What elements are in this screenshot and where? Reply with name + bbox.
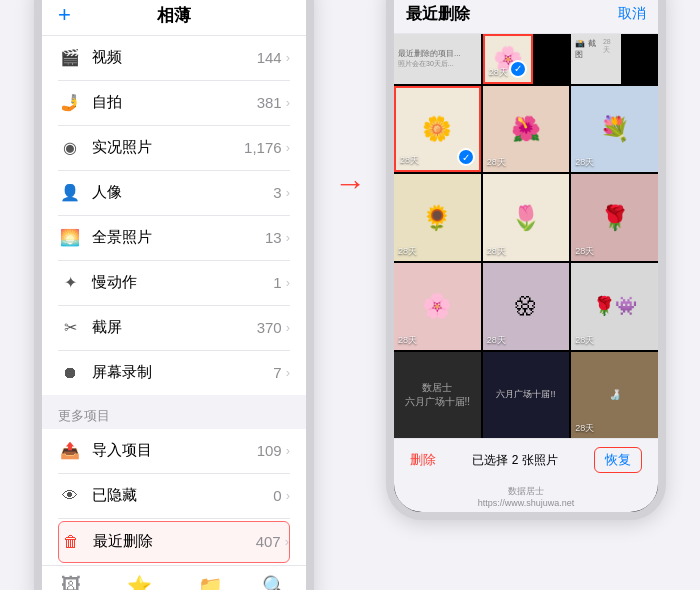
list-item-slo[interactable]: ✦ 慢动作 1 ›	[58, 261, 290, 306]
photo-age-13: 28天	[575, 422, 594, 435]
screenrecord-label: 屏幕录制	[92, 363, 273, 382]
portrait-icon: 👤	[58, 181, 82, 205]
panorama-icon: 🌅	[58, 226, 82, 250]
add-button[interactable]: +	[58, 2, 71, 28]
video-label: 视频	[92, 48, 257, 67]
list-item-video[interactable]: 🎬 视频 144 ›	[58, 36, 290, 81]
photo-cell-info-2: 📸 截图 28天	[571, 34, 621, 84]
left-nav-bar: + 相薄	[42, 0, 306, 36]
import-count: 109	[257, 442, 282, 459]
photo-cell-11[interactable]: 数居士六月广场十届!!	[394, 352, 481, 439]
video-chevron: ›	[286, 50, 290, 65]
watermark-line1: 数据居士	[394, 485, 658, 498]
more-list: 📤 导入项目 109 › 👁 已隐藏 0 › 🗑 最近删除 407 ›	[42, 429, 306, 563]
photo-cell-6[interactable]: 🌷 28天	[483, 174, 570, 261]
watermark-line2: https://www.shujuwa.net	[394, 498, 658, 508]
list-item-selfie[interactable]: 🤳 自拍 381 ›	[58, 81, 290, 126]
photo-cell-2[interactable]: 🌼 28天 ✓	[394, 86, 481, 173]
photo-cell-1[interactable]: 🌸 28天 ✓	[483, 34, 533, 84]
screenshot-chevron: ›	[286, 320, 290, 335]
hidden-chevron: ›	[286, 488, 290, 503]
list-item-screenrecord[interactable]: ⏺ 屏幕录制 7 ›	[58, 351, 290, 395]
direction-arrow: →	[334, 165, 366, 202]
search-icon: 🔍	[262, 574, 287, 591]
slo-chevron: ›	[286, 275, 290, 290]
screenrecord-count: 7	[273, 364, 281, 381]
panorama-chevron: ›	[286, 230, 290, 245]
right-nav-title: 最近删除	[406, 4, 470, 25]
hidden-icon: 👁	[58, 484, 82, 508]
photo-cell-info: 最近删除的项目... 照片会在30天后...	[394, 34, 481, 84]
screenrecord-chevron: ›	[286, 365, 290, 380]
tab-library[interactable]: 🖼 图库	[61, 574, 81, 590]
screenshot-count: 370	[257, 319, 282, 336]
arrow-container: →	[334, 165, 366, 202]
screenshot-label: 截屏	[92, 318, 257, 337]
photo-grid: 最近删除的项目... 照片会在30天后... 🌸 28天 ✓ 📸 截图 28天 …	[394, 34, 658, 439]
photo-cell-3[interactable]: 🌺 28天	[483, 86, 570, 173]
slo-label: 慢动作	[92, 273, 273, 292]
tab-for-you[interactable]: ⭐ 为你推荐	[120, 574, 160, 591]
photo-age-7: 28天	[575, 245, 594, 258]
left-nav-title: 相薄	[157, 4, 191, 27]
list-item-recently-deleted[interactable]: 🗑 最近删除 407 ›	[58, 521, 290, 563]
tab-bar: 🖼 图库 ⭐ 为你推荐 📁 相薄 🔍 搜索	[42, 565, 306, 591]
portrait-label: 人像	[92, 183, 273, 202]
photo-age-4: 28天	[575, 156, 594, 169]
photo-cell-10[interactable]: 🌹👾 28天	[571, 263, 658, 350]
live-chevron: ›	[286, 140, 290, 155]
photo-cell-13[interactable]: 🍶 28天	[571, 352, 658, 439]
list-item-hidden[interactable]: 👁 已隐藏 0 ›	[58, 474, 290, 519]
import-chevron: ›	[286, 443, 290, 458]
list-item-live[interactable]: ◉ 实况照片 1,176 ›	[58, 126, 290, 171]
recently-deleted-label: 最近删除	[93, 532, 256, 551]
right-phone: 15:31 ▪▪▪ 📶 🔋 最近删除 取消 最近删除的项目... 照片会在30天…	[386, 0, 666, 520]
recently-deleted-count: 407	[256, 533, 281, 550]
photo-age-3: 28天	[487, 156, 506, 169]
slo-icon: ✦	[58, 271, 82, 295]
list-item-portrait[interactable]: 👤 人像 3 ›	[58, 171, 290, 216]
photo-age-5: 28天	[398, 245, 417, 258]
list-item-panorama[interactable]: 🌅 全景照片 13 ›	[58, 216, 290, 261]
video-icon: 🎬	[58, 46, 82, 70]
list-item-screenshot[interactable]: ✂ 截屏 370 ›	[58, 306, 290, 351]
selfie-chevron: ›	[286, 95, 290, 110]
photo-cell-4[interactable]: 💐 28天	[571, 86, 658, 173]
photo-age-9: 28天	[487, 334, 506, 347]
selfie-count: 381	[257, 94, 282, 111]
photo-cell-12[interactable]: 六月广场十届!!	[483, 352, 570, 439]
tab-albums[interactable]: 📁 相薄	[198, 574, 223, 591]
photo-age-10: 28天	[575, 334, 594, 347]
list-item-import[interactable]: 📤 导入项目 109 ›	[58, 429, 290, 474]
photo-cell-5[interactable]: 🌻 28天	[394, 174, 481, 261]
photo-cell-9[interactable]: 🏵 28天	[483, 263, 570, 350]
tab-search[interactable]: 🔍 搜索	[262, 574, 287, 591]
photo-age-6: 28天	[487, 245, 506, 258]
albums-icon: 📁	[198, 574, 223, 591]
live-label: 实况照片	[92, 138, 244, 157]
live-count: 1,176	[244, 139, 282, 156]
live-icon: ◉	[58, 136, 82, 160]
slo-count: 1	[273, 274, 281, 291]
photo-cell-8[interactable]: 🌸 28天	[394, 263, 481, 350]
hidden-count: 0	[273, 487, 281, 504]
library-icon: 🖼	[61, 574, 81, 590]
dark-placeholder-2: 六月广场十届!!	[483, 352, 570, 439]
hidden-label: 已隐藏	[92, 486, 273, 505]
cancel-button[interactable]: 取消	[618, 5, 646, 23]
screenrecord-icon: ⏺	[58, 361, 82, 385]
delete-button[interactable]: 删除	[410, 451, 436, 469]
portrait-chevron: ›	[286, 185, 290, 200]
restore-button[interactable]: 恢复	[594, 447, 642, 473]
recently-deleted-chevron: ›	[285, 534, 289, 549]
photo-cell-7[interactable]: 🌹 28天	[571, 174, 658, 261]
photo-age-8: 28天	[398, 334, 417, 347]
panorama-label: 全景照片	[92, 228, 265, 247]
screenshot-icon: ✂	[58, 316, 82, 340]
foryou-icon: ⭐	[127, 574, 152, 591]
import-label: 导入项目	[92, 441, 257, 460]
watermark: 数据居士 https://www.shujuwa.net	[394, 481, 658, 512]
bottom-toolbar: 删除 已选择 2 张照片 恢复	[394, 438, 658, 481]
left-phone: 15:14 ▪▪▪ 📶 🔋 + 相薄 🎬 视频 144 › 🤳 自拍 38	[34, 0, 314, 590]
portrait-count: 3	[273, 184, 281, 201]
